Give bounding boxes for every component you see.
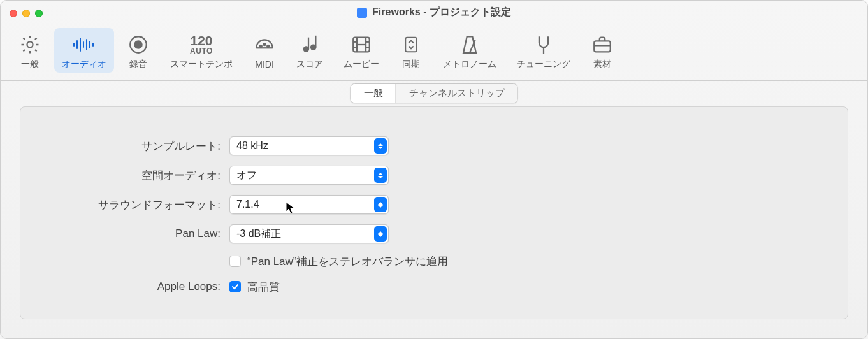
- tuning-fork-icon: [533, 32, 554, 57]
- preferences-toolbar: 一般 オーディオ 録音: [1, 25, 867, 81]
- tab-tuning-label: チューニング: [517, 59, 570, 70]
- tab-movie[interactable]: ムービー: [336, 28, 387, 73]
- close-button[interactable]: [10, 10, 17, 17]
- record-icon: [127, 32, 149, 57]
- pan-law-select[interactable]: -3 dB補正: [229, 224, 389, 243]
- window-title: Fireworks - プロジェクト設定: [357, 6, 511, 19]
- score-icon: [299, 32, 321, 57]
- gear-icon: [19, 32, 41, 57]
- midi-icon: [254, 32, 275, 58]
- row-surround-format: サラウンドフォーマット: 7.1.4: [38, 190, 830, 219]
- surround-format-label: サラウンドフォーマット:: [38, 198, 229, 212]
- apple-loops-checkbox[interactable]: [229, 281, 241, 292]
- tab-record[interactable]: 録音: [119, 28, 157, 73]
- spatial-audio-select[interactable]: オフ: [229, 166, 389, 185]
- sync-icon: [401, 32, 421, 57]
- tab-assets[interactable]: 素材: [583, 28, 621, 73]
- stepper-icon: [374, 197, 387, 212]
- svg-point-12: [267, 45, 269, 47]
- stepper-icon: [374, 168, 387, 183]
- subtab-channel-strip[interactable]: チャンネルストリップ: [396, 84, 517, 103]
- surround-format-select[interactable]: 7.1.4: [229, 195, 389, 214]
- apple-loops-label: Apple Loops:: [38, 280, 229, 293]
- tab-movie-label: ムービー: [344, 59, 379, 70]
- spatial-audio-value: オフ: [236, 169, 257, 182]
- tab-audio[interactable]: オーディオ: [54, 28, 114, 73]
- svg-point-9: [134, 41, 141, 48]
- tab-metronome-label: メトロノーム: [443, 59, 496, 70]
- briefcase-icon: [591, 32, 613, 57]
- stepper-icon: [374, 226, 387, 242]
- pan-law-value: -3 dB補正: [236, 227, 281, 241]
- sample-rate-select[interactable]: 48 kHz: [229, 136, 389, 155]
- subtab-segmented-control: 一般 チャンネルストリップ: [351, 83, 518, 103]
- stepper-icon: [374, 138, 387, 154]
- waveform-icon: [71, 32, 97, 57]
- smart-tempo-value: 120: [190, 34, 212, 47]
- settings-panel: サンプルレート: 48 kHz 空間オーディオ: オフ: [20, 106, 848, 319]
- row-pan-law-apply: “Pan Law”補正をステレオバランサに適用: [38, 249, 830, 274]
- tab-midi[interactable]: MIDI: [245, 29, 284, 72]
- tab-score[interactable]: スコア: [289, 28, 331, 73]
- pan-law-apply-checkbox[interactable]: [229, 256, 241, 267]
- sample-rate-label: サンプルレート:: [38, 139, 229, 154]
- tab-sync-label: 同期: [402, 59, 420, 70]
- window-controls: [10, 10, 43, 17]
- sample-rate-value: 48 kHz: [236, 140, 268, 152]
- project-settings-window: Fireworks - プロジェクト設定 一般: [0, 0, 868, 339]
- tab-general-label: 一般: [21, 59, 39, 70]
- surround-format-value: 7.1.4: [236, 199, 259, 210]
- tab-assets-label: 素材: [593, 59, 611, 70]
- content-area: 一般 チャンネルストリップ サンプルレート: 48 kHz 空間オーディオ:: [1, 81, 867, 338]
- film-icon: [351, 32, 372, 57]
- svg-point-11: [264, 43, 266, 45]
- row-spatial-audio: 空間オーディオ: オフ: [38, 161, 830, 190]
- row-apple-loops: Apple Loops: 高品質: [38, 274, 830, 299]
- svg-rect-26: [405, 38, 417, 52]
- row-sample-rate: サンプルレート: 48 kHz: [38, 131, 830, 161]
- svg-point-10: [260, 45, 262, 47]
- tab-general[interactable]: 一般: [11, 28, 49, 73]
- tab-smart-tempo-label: スマートテンポ: [170, 59, 233, 70]
- metronome-icon: [459, 32, 481, 57]
- window-title-text: Fireworks - プロジェクト設定: [372, 6, 511, 19]
- pan-law-apply-text: “Pan Law”補正をステレオバランサに適用: [247, 254, 448, 269]
- minimize-button[interactable]: [22, 10, 30, 17]
- tab-tuning[interactable]: チューニング: [509, 28, 578, 73]
- tab-metronome[interactable]: メトロノーム: [435, 28, 504, 73]
- svg-rect-29: [594, 41, 611, 52]
- tab-sync[interactable]: 同期: [392, 28, 430, 73]
- zoom-button[interactable]: [35, 10, 43, 17]
- apple-loops-text: 高品質: [247, 280, 280, 294]
- smart-tempo-mode: AUTO: [190, 47, 213, 55]
- tab-midi-label: MIDI: [255, 59, 274, 69]
- app-icon: [357, 8, 367, 18]
- titlebar: Fireworks - プロジェクト設定: [1, 1, 867, 25]
- spatial-audio-label: 空間オーディオ:: [38, 168, 229, 183]
- smart-tempo-icon: 120 AUTO: [190, 32, 213, 57]
- tab-score-label: スコア: [296, 59, 323, 70]
- tab-audio-label: オーディオ: [62, 59, 106, 70]
- svg-point-0: [27, 41, 33, 47]
- tab-smart-tempo[interactable]: 120 AUTO スマートテンポ: [163, 28, 240, 73]
- subtab-general[interactable]: 一般: [351, 84, 396, 103]
- tab-record-label: 録音: [129, 59, 147, 70]
- pan-law-label: Pan Law:: [38, 227, 229, 240]
- row-pan-law: Pan Law: -3 dB補正: [38, 219, 830, 249]
